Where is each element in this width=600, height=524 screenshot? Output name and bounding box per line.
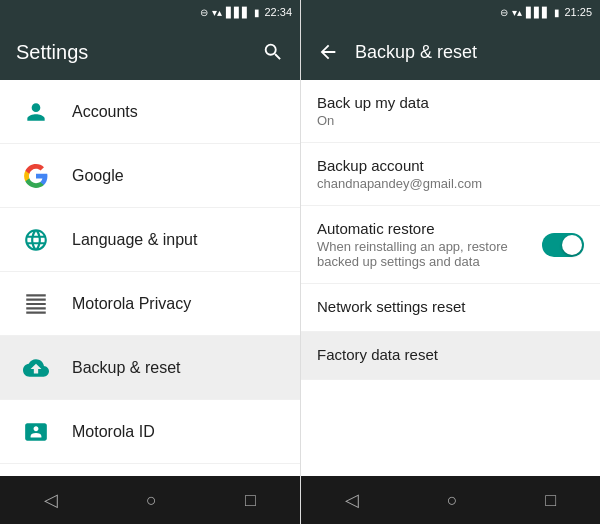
settings-list: Accounts Google Language & input (0, 80, 300, 476)
right-wifi-icon: ▾▴ (512, 7, 522, 18)
sidebar-item-google[interactable]: Google (0, 144, 300, 208)
signal-icon: ▋▋▋ (226, 7, 250, 18)
google-label: Google (72, 167, 124, 185)
accounts-icon (16, 92, 56, 132)
wifi-icon: ▾▴ (212, 7, 222, 18)
backup-reset-list: Back up my data On Backup account chandn… (301, 80, 600, 476)
toggle-knob (562, 235, 582, 255)
left-status-bar: ⊖ ▾▴ ▋▋▋ ▮ 22:34 (0, 0, 300, 24)
sidebar-item-motorola-privacy[interactable]: Motorola Privacy (0, 272, 300, 336)
google-icon (16, 156, 56, 196)
backup-my-data-title: Back up my data (317, 94, 584, 111)
motorola-id-icon (16, 412, 56, 452)
right-app-bar: Backup & reset (301, 24, 600, 80)
right-nav-bar: ◁ ○ □ (301, 476, 600, 524)
right-notification-icon: ⊖ (500, 7, 508, 18)
list-item-backup-account[interactable]: Backup account chandnapandey@gmail.com (301, 143, 600, 206)
right-time: 21:25 (564, 6, 592, 18)
list-item-factory-data-reset[interactable]: Factory data reset (301, 332, 600, 380)
search-icon[interactable] (262, 41, 284, 63)
factory-data-reset-title: Factory data reset (317, 346, 584, 363)
right-app-title: Backup & reset (355, 42, 477, 63)
right-recents-nav-button[interactable]: □ (525, 482, 576, 519)
right-battery-icon: ▮ (554, 7, 560, 18)
accounts-label: Accounts (72, 103, 138, 121)
language-label: Language & input (72, 231, 197, 249)
back-nav-button[interactable]: ◁ (24, 481, 78, 519)
sidebar-item-accounts[interactable]: Accounts (0, 80, 300, 144)
motorola-privacy-icon (16, 284, 56, 324)
section-header-system: System (0, 464, 300, 476)
list-item-network-settings-reset[interactable]: Network settings reset (301, 284, 600, 332)
backup-account-subtitle: chandnapandey@gmail.com (317, 176, 584, 191)
network-settings-reset-title: Network settings reset (317, 298, 584, 315)
motorola-id-label: Motorola ID (72, 423, 155, 441)
sidebar-item-backup-reset[interactable]: Backup & reset (0, 336, 300, 400)
automatic-restore-content: Automatic restore When reinstalling an a… (317, 220, 542, 269)
sidebar-item-motorola-id[interactable]: Motorola ID (0, 400, 300, 464)
right-signal-icon: ▋▋▋ (526, 7, 550, 18)
automatic-restore-toggle[interactable] (542, 233, 584, 257)
language-icon (16, 220, 56, 260)
right-panel: ⊖ ▾▴ ▋▋▋ ▮ 21:25 Backup & reset Back up … (300, 0, 600, 524)
home-nav-button[interactable]: ○ (126, 482, 177, 519)
back-button[interactable] (317, 41, 339, 63)
recents-nav-button[interactable]: □ (225, 482, 276, 519)
list-item-backup-my-data[interactable]: Back up my data On (301, 80, 600, 143)
backup-reset-label: Backup & reset (72, 359, 181, 377)
right-status-bar: ⊖ ▾▴ ▋▋▋ ▮ 21:25 (301, 0, 600, 24)
backup-account-title: Backup account (317, 157, 584, 174)
right-home-nav-button[interactable]: ○ (427, 482, 478, 519)
battery-icon: ▮ (254, 7, 260, 18)
left-panel: ⊖ ▾▴ ▋▋▋ ▮ 22:34 Settings Accounts (0, 0, 300, 524)
sidebar-item-language[interactable]: Language & input (0, 208, 300, 272)
list-item-automatic-restore[interactable]: Automatic restore When reinstalling an a… (301, 206, 600, 284)
automatic-restore-title: Automatic restore (317, 220, 530, 237)
notification-icon: ⊖ (200, 7, 208, 18)
left-app-bar: Settings (0, 24, 300, 80)
left-time: 22:34 (264, 6, 292, 18)
backup-icon (16, 348, 56, 388)
automatic-restore-subtitle: When reinstalling an app, restore backed… (317, 239, 530, 269)
right-back-nav-button[interactable]: ◁ (325, 481, 379, 519)
motorola-privacy-label: Motorola Privacy (72, 295, 191, 313)
left-app-title: Settings (16, 41, 88, 64)
backup-my-data-subtitle: On (317, 113, 584, 128)
left-nav-bar: ◁ ○ □ (0, 476, 300, 524)
